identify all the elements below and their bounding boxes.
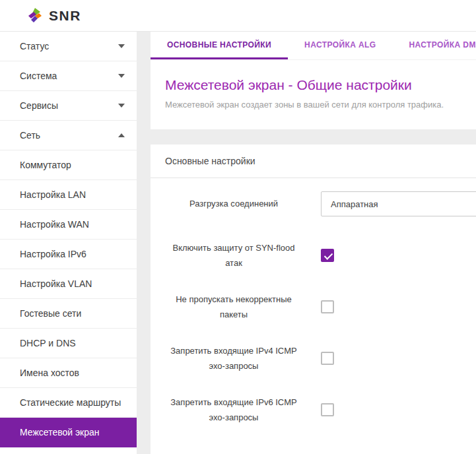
sidebar-item-firewall[interactable]: Межсетевой экран: [0, 418, 137, 447]
sidebar-item-label: Сервисы: [20, 100, 58, 111]
field-control: [321, 300, 334, 313]
field-label: Запретить входящие IPv4 ICMP эхо-запросы: [164, 343, 304, 374]
chevron-down-icon: [118, 104, 125, 108]
tab-alg-settings[interactable]: НАСТРОЙКА ALG: [288, 32, 392, 59]
section-title: Основные настройки: [151, 145, 476, 178]
app-window: SNR Статус Система Сервисы Сеть Коммутат…: [0, 0, 476, 454]
chevron-down-icon: [118, 74, 125, 78]
brand-logo[interactable]: SNR: [26, 7, 81, 24]
form-row-ipv4-icmp: Запретить входящие IPv4 ICMP эхо-запросы: [151, 333, 476, 384]
sidebar-item-status[interactable]: Статус: [0, 32, 137, 61]
field-control: [321, 249, 334, 262]
sidebar-item-hostnames[interactable]: Имена хостов: [0, 358, 137, 388]
field-control: [321, 352, 334, 365]
sidebar-item-lan[interactable]: Настройка LAN: [0, 180, 137, 210]
sidebar: Статус Система Сервисы Сеть Коммутатор Н…: [0, 32, 137, 454]
chevron-up-icon: [118, 133, 125, 137]
sidebar-item-wan[interactable]: Настройка WAN: [0, 210, 137, 240]
sidebar-item-label: Статические маршруты: [20, 397, 121, 408]
snr-logo-icon: [26, 7, 44, 24]
sidebar-item-label: Коммутатор: [20, 160, 71, 170]
tab-bar: ОСНОВНЫЕ НАСТРОЙКИ НАСТРОЙКА ALG НАСТРОЙ…: [151, 32, 476, 60]
sidebar-item-label: Гостевые сети: [20, 308, 81, 319]
block-ipv4-icmp-checkbox[interactable]: [321, 352, 334, 365]
field-control: Аппаратная: [321, 191, 476, 216]
sidebar-item-vlan[interactable]: Настройка VLAN: [0, 269, 137, 299]
block-ipv6-icmp-checkbox[interactable]: [321, 403, 334, 416]
main-content: ОСНОВНЫЕ НАСТРОЙКИ НАСТРОЙКА ALG НАСТРОЙ…: [151, 32, 476, 454]
page-header: Межсетевой экран - Общие настройки Межсе…: [151, 60, 476, 129]
field-label: Разгрузка соединений: [164, 196, 304, 211]
page-subtitle: Межсетевой экран создает зоны в вашей се…: [165, 100, 476, 110]
field-control: [321, 403, 334, 416]
sidebar-item-label: Настройка VLAN: [20, 278, 92, 289]
page-title: Межсетевой экран - Общие настройки: [165, 77, 476, 93]
chevron-down-icon: [118, 44, 125, 48]
app-header: SNR: [0, 0, 476, 32]
sidebar-item-static-routes[interactable]: Статические маршруты: [0, 388, 137, 418]
sidebar-item-label: DHCP и DNS: [20, 338, 76, 348]
sidebar-item-ipv6[interactable]: Настройка IPv6: [0, 240, 137, 269]
sidebar-item-label: Настройка LAN: [20, 189, 86, 200]
sidebar-item-network[interactable]: Сеть: [0, 121, 137, 150]
connection-offload-select[interactable]: Аппаратная: [321, 191, 476, 216]
sidebar-item-label: Система: [20, 71, 57, 81]
syn-flood-checkbox[interactable]: [321, 249, 334, 262]
sidebar-item-services[interactable]: Сервисы: [0, 91, 137, 121]
sidebar-item-guest-networks[interactable]: Гостевые сети: [0, 299, 137, 329]
sidebar-item-label: Статус: [20, 41, 49, 51]
form-row-connection-offload: Разгрузка соединений Аппаратная: [151, 178, 476, 230]
tab-dmz-settings[interactable]: НАСТРОЙКА DMZ: [393, 32, 476, 59]
drop-invalid-packets-checkbox[interactable]: [321, 300, 334, 313]
settings-card: Основные настройки Разгрузка соединений …: [151, 145, 476, 454]
sidebar-item-label: Имена хостов: [20, 368, 79, 378]
field-label: Включить защиту от SYN-flood атак: [164, 240, 304, 271]
sidebar-item-switch[interactable]: Коммутатор: [0, 150, 137, 180]
sidebar-item-dhcp-dns[interactable]: DHCP и DNS: [0, 329, 137, 358]
form-row-drop-invalid: Не пропускать некорректные пакеты: [151, 281, 476, 333]
brand-name: SNR: [49, 8, 81, 24]
select-value: Аппаратная: [331, 199, 378, 209]
form-row-syn-flood: Включить защиту от SYN-flood атак: [151, 230, 476, 281]
sidebar-item-system[interactable]: Система: [0, 61, 137, 91]
field-label: Не пропускать некорректные пакеты: [164, 292, 304, 323]
sidebar-item-label: Настройка WAN: [20, 219, 89, 230]
sidebar-item-label: Сеть: [20, 130, 40, 141]
field-label: Запретить входящие IPv6 ICMP эхо-запросы: [164, 395, 304, 426]
sidebar-item-label: Настройка IPv6: [20, 249, 86, 259]
form-row-ipv6-icmp: Запретить входящие IPv6 ICMP эхо-запросы: [151, 384, 476, 436]
sidebar-item-label: Межсетевой экран: [20, 427, 100, 438]
tab-general-settings[interactable]: ОСНОВНЫЕ НАСТРОЙКИ: [151, 32, 288, 59]
